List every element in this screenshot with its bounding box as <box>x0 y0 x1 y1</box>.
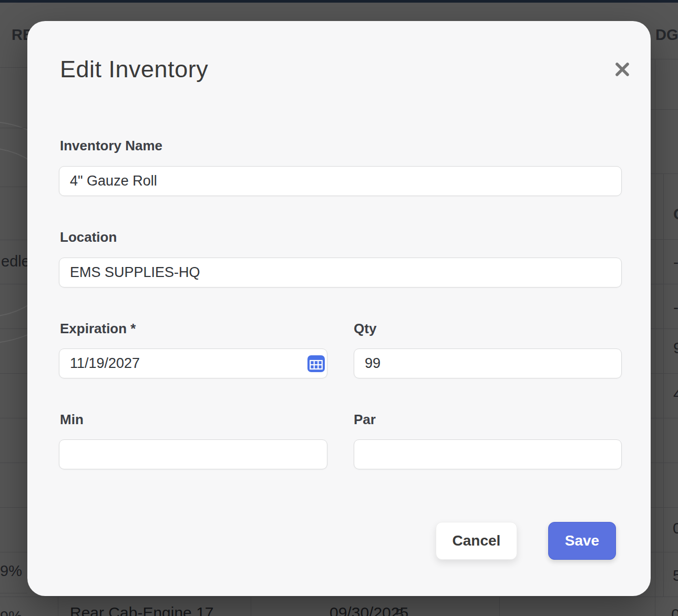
table-column-divider <box>663 173 664 597</box>
background-cell-fragment: 0 <box>671 605 678 616</box>
table-column-divider <box>58 597 58 616</box>
background-cell-fragment: 9% <box>0 562 22 580</box>
table-row-divider <box>0 187 27 187</box>
background-cell-fragment: 5 <box>673 567 678 584</box>
background-cell-fragment: 9% <box>0 608 22 616</box>
table-row-divider <box>0 507 27 508</box>
expiration-date-input[interactable] <box>59 348 327 378</box>
dialog-title: Edit Inventory <box>60 56 208 83</box>
table-row-divider <box>0 373 27 374</box>
edit-inventory-dialog: Edit Inventory Inventory Name Location E… <box>27 21 651 596</box>
screen: RE DG Q edle - - 9 4 0 5 9% 9% Rear Cab-… <box>0 0 678 616</box>
qty-input[interactable] <box>354 348 622 378</box>
background-top-bar <box>0 0 678 3</box>
inventory-name-label: Inventory Name <box>60 138 162 154</box>
background-cell-fragment: - <box>673 299 678 316</box>
par-input[interactable] <box>354 439 622 469</box>
background-cell-fragment: - <box>673 253 678 271</box>
table-column-divider <box>251 597 251 616</box>
background-column-header-fragment: Q <box>673 205 678 223</box>
qty-label: Qty <box>354 321 376 337</box>
table-row-divider <box>0 328 27 329</box>
location-label: Location <box>60 229 117 245</box>
table-row-divider <box>0 597 678 597</box>
inventory-name-input[interactable] <box>59 166 622 196</box>
table-column-divider <box>655 59 655 616</box>
background-header-right: DG <box>655 26 678 44</box>
background-cell-fragment: 9 <box>673 339 678 357</box>
save-button[interactable]: Save <box>548 522 616 560</box>
location-input[interactable] <box>59 258 622 288</box>
min-label: Min <box>60 412 84 428</box>
background-cell-fragment: 5 <box>395 605 404 616</box>
table-row-divider <box>0 418 27 418</box>
background-cell-fragment: 0 <box>673 519 678 537</box>
par-label: Par <box>354 412 376 428</box>
min-input[interactable] <box>59 439 327 469</box>
cancel-button[interactable]: Cancel <box>436 522 517 560</box>
close-icon <box>612 74 633 81</box>
background-cell-fragment: Rear Cab-Engine 17 <box>70 604 214 616</box>
expiration-label: Expiration * <box>60 321 136 337</box>
table-column-divider <box>499 597 500 616</box>
table-row-divider <box>0 593 27 593</box>
background-cell-fragment: edle <box>1 253 30 270</box>
table-row-divider <box>0 552 27 552</box>
calendar-icon[interactable] <box>307 355 325 372</box>
table-row-divider <box>0 128 27 128</box>
close-button[interactable] <box>612 59 633 80</box>
background-cell-fragment: 4 <box>673 385 678 403</box>
table-row-divider <box>0 240 27 240</box>
table-row-divider <box>0 463 27 463</box>
table-row-divider <box>0 284 27 284</box>
table-row-divider <box>0 67 27 68</box>
